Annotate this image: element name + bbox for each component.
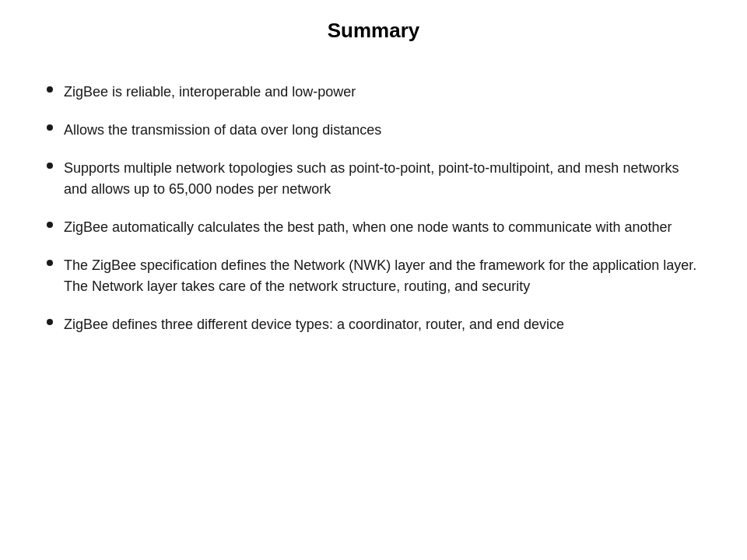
list-item: ZigBee is reliable, interoperable and lo… <box>47 82 700 103</box>
bullet-text-2: Allows the transmission of data over lon… <box>64 120 700 141</box>
list-item: ZigBee defines three different device ty… <box>47 314 700 335</box>
bullet-text-1: ZigBee is reliable, interoperable and lo… <box>64 82 700 103</box>
list-item: ZigBee automatically calculates the best… <box>47 217 700 238</box>
bullet-dot-icon <box>47 124 53 131</box>
bullet-dot-icon <box>47 163 53 169</box>
bullet-dot-icon <box>47 222 53 228</box>
list-item: The ZigBee specification defines the Net… <box>47 255 700 297</box>
bullet-text-4: ZigBee automatically calculates the best… <box>64 217 700 238</box>
bullet-dot-icon <box>47 319 53 325</box>
bullet-text-5: The ZigBee specification defines the Net… <box>64 255 700 297</box>
list-item: Supports multiple network topologies suc… <box>47 158 700 200</box>
bullet-dot-icon <box>47 260 53 266</box>
bullet-text-3: Supports multiple network topologies suc… <box>64 158 700 200</box>
bullet-text-6: ZigBee defines three different device ty… <box>64 314 700 335</box>
bullet-dot-icon <box>47 86 53 93</box>
page-title: Summary <box>47 12 700 82</box>
list-item: Allows the transmission of data over lon… <box>47 120 700 141</box>
bullet-list: ZigBee is reliable, interoperable and lo… <box>47 82 700 335</box>
page-container: Summary ZigBee is reliable, interoperabl… <box>0 0 747 560</box>
